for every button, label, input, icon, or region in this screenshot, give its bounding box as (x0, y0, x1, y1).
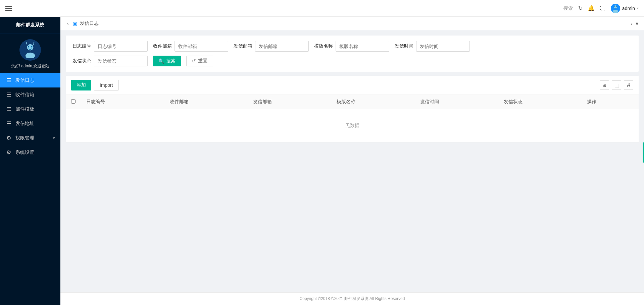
template-icon: ☰ (5, 106, 12, 112)
footer-copyright: Copyright ©2018-©2021 邮件群发系统 All Rights … (300, 296, 405, 301)
permission-icon: ⚙ (5, 135, 12, 141)
sidebar-item-system-settings[interactable]: ⚙ 系统设置 (0, 145, 60, 160)
address-icon: ☰ (5, 120, 12, 127)
table-toolbar-right: ⊞ ⬚ 🖨 (600, 80, 633, 90)
sidebar-item-permission[interactable]: ⚙ 权限管理 ∨ (0, 131, 60, 145)
empty-row: 无数据 (66, 109, 639, 142)
log-number-group: 日志编号 (72, 41, 148, 52)
col-log-number: 日志编号 (81, 95, 164, 109)
svg-point-11 (26, 42, 27, 43)
table-area: 添加 Import ⊞ ⬚ 🖨 (66, 76, 639, 142)
sidebar: 邮件群发系统 您好! admin,欢迎登陆 ☰ 发信日志 (0, 17, 60, 305)
sidebar-item-send-address[interactable]: ☰ 发信地址 (0, 116, 60, 131)
search-button[interactable]: 🔍 搜索 (153, 56, 181, 66)
breadcrumb-left: ‹ ▣ 发信日志 (66, 20, 99, 26)
sidebar-item-email-template[interactable]: ☰ 邮件模板 (0, 102, 60, 116)
col-send-time: 发信时间 (415, 95, 498, 109)
sidebar-item-label: 收件信箱 (15, 92, 34, 98)
sidebar-welcome: 您好! admin,欢迎登陆 (0, 63, 60, 69)
send-time-label: 发信时间 (395, 43, 413, 49)
user-dropdown-icon: ▾ (637, 6, 639, 10)
sidebar-item-label: 权限管理 (15, 135, 34, 141)
svg-point-4 (616, 6, 617, 7)
sidebar-item-label: 发信地址 (15, 121, 34, 127)
log-number-label: 日志编号 (72, 43, 91, 49)
breadcrumb-nav-prev[interactable]: › (631, 21, 633, 26)
col-template: 模版名称 (331, 95, 415, 109)
sidebar-item-label: 邮件模板 (15, 106, 34, 112)
menu-toggle-button[interactable] (5, 6, 12, 11)
export-button[interactable]: ⬚ (612, 80, 621, 90)
send-status-label: 发信状态 (72, 58, 91, 64)
breadcrumb-back-button[interactable]: ‹ (66, 21, 70, 26)
sidebar-item-inbox[interactable]: ☰ 收件信箱 (0, 87, 60, 102)
table-toolbar: 添加 Import ⊞ ⬚ 🖨 (66, 76, 639, 95)
template-input[interactable] (336, 41, 389, 52)
select-all-col (66, 95, 81, 109)
sender-group: 发信邮箱 (234, 41, 309, 52)
sidebar-item-label: 系统设置 (15, 149, 34, 156)
content-area: 日志编号 收件邮箱 发信邮箱 模版名称 (60, 30, 644, 292)
col-send-status: 发信状态 (498, 95, 582, 109)
breadcrumb-page-icon: ▣ (73, 21, 77, 26)
sidebar-item-label: 发信日志 (15, 77, 34, 83)
select-all-checkbox[interactable] (71, 99, 76, 104)
send-status-input[interactable] (94, 56, 148, 66)
breadcrumb-title: 发信日志 (80, 20, 99, 26)
main-content: ‹ ▣ 发信日志 › ∨ 日志编号 收件邮箱 (60, 17, 644, 305)
recipient-label: 收件邮箱 (153, 43, 172, 49)
sidebar-item-send-log[interactable]: ☰ 发信日志 (0, 73, 60, 87)
table-body: 无数据 (66, 109, 639, 142)
print-icon: 🖨 (626, 82, 631, 88)
username-label: admin (622, 6, 635, 11)
settings-icon: ⚙ (5, 149, 12, 156)
search-icon: 🔍 (158, 58, 164, 64)
table-toolbar-left: 添加 Import (71, 80, 119, 90)
svg-point-13 (33, 42, 34, 43)
import-button[interactable]: Import (94, 80, 119, 90)
search-trigger[interactable]: 搜索 (563, 5, 573, 11)
recipient-input[interactable] (175, 41, 228, 52)
search-form: 日志编号 收件邮箱 发信邮箱 模版名称 (66, 36, 639, 72)
template-group: 模版名称 (314, 41, 389, 52)
notification-icon[interactable]: 🔔 (588, 5, 595, 11)
top-header: 搜索 ↻ 🔔 ⛶ admin ▾ (0, 0, 644, 17)
breadcrumb-nav-expand[interactable]: ∨ (635, 21, 639, 26)
data-table: 日志编号 收件邮箱 发信邮箱 模版名称 发信时间 发信状态 操作 无数据 (66, 95, 639, 142)
send-time-group: 发信时间 (395, 41, 470, 52)
col-sender: 发信邮箱 (248, 95, 331, 109)
col-recipient: 收件邮箱 (164, 95, 248, 109)
column-settings-icon: ⊞ (602, 82, 606, 88)
user-info[interactable]: admin ▾ (611, 4, 639, 13)
sidebar-menu: ☰ 发信日志 ☰ 收件信箱 ☰ 邮件模板 ☰ 发信地址 ⚙ 权限管理 ∨ ⚙ (0, 73, 60, 305)
recipient-group: 收件邮箱 (153, 41, 228, 52)
avatar (611, 4, 620, 13)
list-icon: ☰ (5, 77, 12, 83)
sender-input[interactable] (255, 41, 309, 52)
breadcrumb-bar: ‹ ▣ 发信日志 › ∨ (60, 17, 644, 30)
main-layout: 邮件群发系统 您好! admin,欢迎登陆 ☰ 发信日志 (0, 17, 644, 305)
table-header-row: 日志编号 收件邮箱 发信邮箱 模版名称 发信时间 发信状态 操作 (66, 95, 639, 109)
fullscreen-icon[interactable]: ⛶ (600, 5, 605, 11)
column-settings-button[interactable]: ⊞ (600, 80, 609, 90)
svg-point-3 (614, 6, 614, 7)
page-footer: Copyright ©2018-©2021 邮件群发系统 All Rights … (60, 292, 644, 305)
sender-label: 发信邮箱 (234, 43, 252, 49)
add-button[interactable]: 添加 (71, 80, 91, 90)
right-edge-indicator (643, 142, 644, 163)
reset-icon: ↺ (192, 58, 196, 64)
header-right: 搜索 ↻ 🔔 ⛶ admin ▾ (563, 4, 639, 13)
refresh-icon[interactable]: ↻ (578, 5, 583, 11)
chevron-down-icon: ∨ (53, 136, 55, 140)
sidebar-logo: 邮件群发系统 (0, 17, 60, 34)
send-status-group: 发信状态 (72, 56, 148, 66)
sidebar-logo-title: 邮件群发系统 (5, 22, 55, 28)
svg-point-8 (28, 46, 29, 48)
reset-button[interactable]: ↺ 重置 (186, 56, 213, 66)
log-number-input[interactable] (94, 41, 148, 52)
print-button[interactable]: 🖨 (624, 80, 633, 90)
inbox-icon: ☰ (5, 92, 12, 98)
send-time-input[interactable] (416, 41, 470, 52)
export-icon: ⬚ (614, 82, 619, 88)
col-actions: 操作 (582, 95, 639, 109)
